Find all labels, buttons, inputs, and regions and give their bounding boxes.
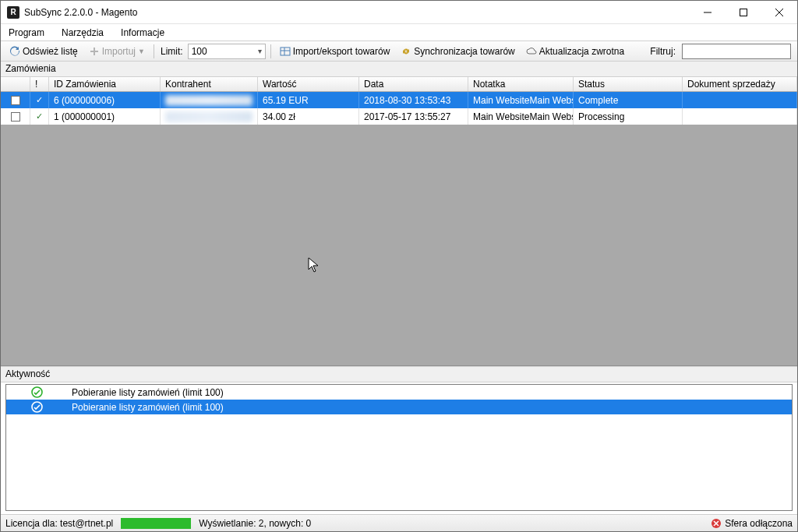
- progressbar: [121, 518, 191, 529]
- menu-narzedzia[interactable]: Narzędzia: [58, 26, 107, 40]
- success-icon: [31, 386, 43, 398]
- filter-input[interactable]: [682, 44, 791, 59]
- svg-rect-4: [281, 48, 290, 55]
- menu-informacje[interactable]: Informacje: [118, 26, 168, 40]
- update-button[interactable]: Aktualizacja zwrotna: [522, 44, 628, 58]
- limit-select[interactable]: 100: [188, 44, 266, 59]
- table-row[interactable]: ✓ 6 (000000006) 65.19 EUR 2018-08-30 13:…: [1, 92, 797, 108]
- col-id[interactable]: ID Zamówienia: [49, 77, 161, 91]
- menubar: Program Narzędzia Informacje: [1, 24, 797, 41]
- toolbar: Odśwież listę Importuj ▼ Limit: 100 Impo…: [1, 41, 797, 62]
- cell-value: 65.19 EUR: [258, 92, 359, 108]
- cell-contractor: [161, 92, 258, 108]
- import-button[interactable]: Importuj ▼: [85, 44, 149, 58]
- activity-section-label: Aktywność: [1, 367, 797, 382]
- table-row[interactable]: ✓ 1 (000000001) 34.00 zł 2017-05-17 13:5…: [1, 108, 797, 125]
- dropdown-icon: ▼: [138, 48, 145, 55]
- refresh-label: Odśwież listę: [23, 46, 78, 57]
- cell-date: 2017-05-17 13:55:27: [359, 108, 468, 125]
- status-sphere-text: Sfera odłączona: [725, 518, 793, 529]
- filter-label: Filtruj:: [650, 46, 676, 57]
- separator: [270, 44, 271, 58]
- svg-rect-1: [740, 9, 747, 16]
- list-item[interactable]: Pobieranie listy zamówień (limit 100): [6, 385, 792, 400]
- plus-icon: [89, 46, 100, 57]
- row-checkbox[interactable]: [11, 112, 20, 122]
- maximize-button[interactable]: [726, 1, 761, 24]
- status-sphere: Sfera odłączona: [711, 518, 793, 529]
- status-license: Licencja dla: test@rtnet.pl: [5, 518, 113, 529]
- cell-note: Main WebsiteMain Websit...: [468, 108, 574, 125]
- limit-label: Limit:: [159, 46, 185, 57]
- orders-section-label: Zamówienia: [1, 62, 797, 77]
- cloud-icon: [526, 46, 537, 57]
- cell-value: 34.00 zł: [258, 108, 359, 125]
- import-export-label: Import/eksport towarów: [293, 46, 390, 57]
- col-value[interactable]: Wartość: [258, 77, 359, 91]
- col-contractor[interactable]: Kontrahent: [161, 77, 258, 91]
- orders-grid[interactable]: ! ID Zamówienia Kontrahent Wartość Data …: [1, 77, 797, 366]
- cell-id: 6 (000000006): [49, 92, 161, 108]
- refresh-icon: [9, 46, 20, 57]
- sync-button[interactable]: Synchronizacja towarów: [397, 44, 518, 58]
- import-export-button[interactable]: Import/eksport towarów: [276, 44, 394, 58]
- refresh-button[interactable]: Odśwież listę: [5, 44, 82, 58]
- cell-id: 1 (000000001): [49, 108, 161, 125]
- close-button[interactable]: [761, 1, 797, 24]
- cell-doc: [683, 92, 797, 108]
- statusbar: Licencja dla: test@rtnet.pl Wyświetlanie…: [1, 514, 797, 531]
- activity-list[interactable]: Pobieranie listy zamówień (limit 100) Po…: [5, 384, 793, 511]
- window-title: SubSync 2.2.0.0 - Magento: [24, 7, 137, 18]
- orders-grid-header: ! ID Zamówienia Kontrahent Wartość Data …: [1, 77, 797, 92]
- cell-status: Processing: [574, 108, 683, 125]
- check-icon: ✓: [36, 111, 43, 122]
- col-date[interactable]: Data: [359, 77, 468, 91]
- cell-status: Complete: [574, 92, 683, 108]
- grid-icon: [280, 46, 291, 57]
- separator: [154, 44, 154, 58]
- menu-program[interactable]: Program: [5, 26, 48, 40]
- col-checkbox[interactable]: [1, 77, 30, 91]
- app-icon: R: [7, 6, 19, 19]
- col-tick[interactable]: !: [30, 77, 49, 91]
- sync-icon: [401, 46, 411, 57]
- check-icon: ✓: [36, 95, 43, 105]
- col-doc[interactable]: Dokument sprzedaży: [683, 77, 797, 91]
- status-display: Wyświetlanie: 2, nowych: 0: [199, 518, 311, 529]
- col-status[interactable]: Status: [574, 77, 683, 91]
- minimize-button[interactable]: [690, 1, 726, 24]
- titlebar: R SubSync 2.2.0.0 - Magento: [1, 1, 797, 24]
- limit-value: 100: [192, 46, 207, 57]
- cell-doc: [683, 108, 797, 125]
- row-checkbox[interactable]: [11, 96, 20, 105]
- activity-text: Pobieranie listy zamówień (limit 100): [67, 387, 792, 398]
- cell-note: Main WebsiteMain Websit...: [468, 92, 574, 108]
- error-icon: [711, 518, 722, 529]
- success-icon: [31, 401, 43, 413]
- update-label: Aktualizacja zwrotna: [539, 46, 624, 57]
- col-note[interactable]: Notatka: [468, 77, 574, 91]
- list-item[interactable]: Pobieranie listy zamówień (limit 100): [6, 400, 792, 414]
- cell-contractor: [161, 108, 258, 125]
- sync-label: Synchronizacja towarów: [414, 46, 514, 57]
- activity-text: Pobieranie listy zamówień (limit 100): [67, 402, 792, 413]
- cell-date: 2018-08-30 13:53:43: [359, 92, 468, 108]
- import-label: Importuj: [102, 46, 136, 57]
